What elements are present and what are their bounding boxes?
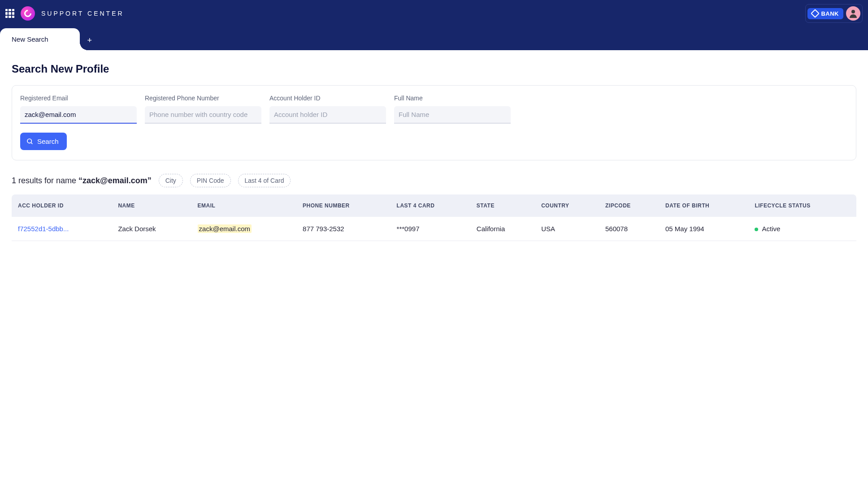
input-account-holder-id[interactable] <box>269 106 386 124</box>
col-last4[interactable]: LAST 4 CARD <box>391 194 470 217</box>
avatar-icon <box>848 8 859 19</box>
col-name[interactable]: NAME <box>112 194 191 217</box>
topbar: SUPPORT CENTER BANK <box>0 0 868 27</box>
field-account-holder-id: Account Holder ID <box>269 95 386 124</box>
status-dot-icon <box>755 228 758 231</box>
field-full-name: Full Name <box>394 95 511 124</box>
input-registered-phone[interactable] <box>145 106 261 124</box>
apps-grid-icon[interactable] <box>5 9 14 18</box>
col-country[interactable]: COUNTRY <box>535 194 599 217</box>
topbar-left: SUPPORT CENTER <box>5 6 124 21</box>
search-card: Registered Email Registered Phone Number… <box>12 85 856 160</box>
filter-chip-city[interactable]: City <box>159 174 183 187</box>
diamond-icon <box>811 9 820 18</box>
col-email[interactable]: EMAIL <box>191 194 296 217</box>
filter-chip-last4[interactable]: Last 4 of Card <box>238 174 291 187</box>
brand-name: SUPPORT CENTER <box>41 10 124 17</box>
cell-phone: 877 793-2532 <box>296 217 391 241</box>
filter-chip-pin-code[interactable]: PIN Code <box>190 174 231 187</box>
results-query: “zack@email.com” <box>78 176 152 185</box>
status-text: Active <box>762 225 780 233</box>
col-zipcode[interactable]: ZIPCODE <box>599 194 659 217</box>
results-bar: 1 results for name “zack@email.com” City… <box>12 174 856 187</box>
input-registered-email[interactable] <box>20 106 137 124</box>
col-acc-holder-id[interactable]: ACC HOLDER ID <box>12 194 112 217</box>
page-title: Search New Profile <box>12 63 856 75</box>
search-button-label: Search <box>37 138 59 145</box>
results-count: 1 results for name “zack@email.com” <box>12 176 152 185</box>
cell-last4: ***0997 <box>391 217 470 241</box>
cell-country: USA <box>535 217 599 241</box>
topbar-right: BANK <box>805 4 863 23</box>
bank-badge[interactable]: BANK <box>807 8 843 19</box>
search-fields-row: Registered Email Registered Phone Number… <box>20 95 848 124</box>
bank-label: BANK <box>821 10 839 17</box>
results-prefix: 1 results for name <box>12 176 78 185</box>
svg-line-2 <box>31 142 32 144</box>
cell-name: Zack Dorsek <box>112 217 191 241</box>
label-registered-email: Registered Email <box>20 95 137 102</box>
cell-state: California <box>470 217 535 241</box>
tab-label: New Search <box>12 35 48 43</box>
col-status[interactable]: LIFECYCLE STATUS <box>748 194 856 217</box>
cell-zipcode: 560078 <box>599 217 659 241</box>
col-dob[interactable]: DATE OF BIRTH <box>659 194 748 217</box>
cell-status: Active <box>748 217 856 241</box>
label-account-holder-id: Account Holder ID <box>269 95 386 102</box>
field-registered-email: Registered Email <box>20 95 137 124</box>
tabbar: New Search + <box>0 27 868 50</box>
table-header: ACC HOLDER ID NAME EMAIL PHONE NUMBER LA… <box>12 194 856 217</box>
tab-new-search[interactable]: New Search <box>0 28 80 50</box>
search-icon <box>26 138 34 145</box>
svg-point-0 <box>851 10 855 13</box>
cell-dob: 05 May 1994 <box>659 217 748 241</box>
plus-icon: + <box>87 36 92 45</box>
col-state[interactable]: STATE <box>470 194 535 217</box>
label-registered-phone: Registered Phone Number <box>145 95 261 102</box>
content: Search New Profile Registered Email Regi… <box>0 50 868 254</box>
table-row[interactable]: f72552d1-5dbb... Zack Dorsek zack@email.… <box>12 217 856 241</box>
cell-email: zack@email.com <box>198 224 252 233</box>
user-avatar[interactable] <box>846 6 860 21</box>
col-phone[interactable]: PHONE NUMBER <box>296 194 391 217</box>
cell-acc-holder-id[interactable]: f72552d1-5dbb... <box>18 225 69 233</box>
input-full-name[interactable] <box>394 106 511 124</box>
label-full-name: Full Name <box>394 95 511 102</box>
results-table: ACC HOLDER ID NAME EMAIL PHONE NUMBER LA… <box>12 194 856 241</box>
field-registered-phone: Registered Phone Number <box>145 95 261 124</box>
search-button[interactable]: Search <box>20 133 67 150</box>
brand-logo-icon <box>21 6 35 21</box>
svg-point-1 <box>27 139 31 143</box>
